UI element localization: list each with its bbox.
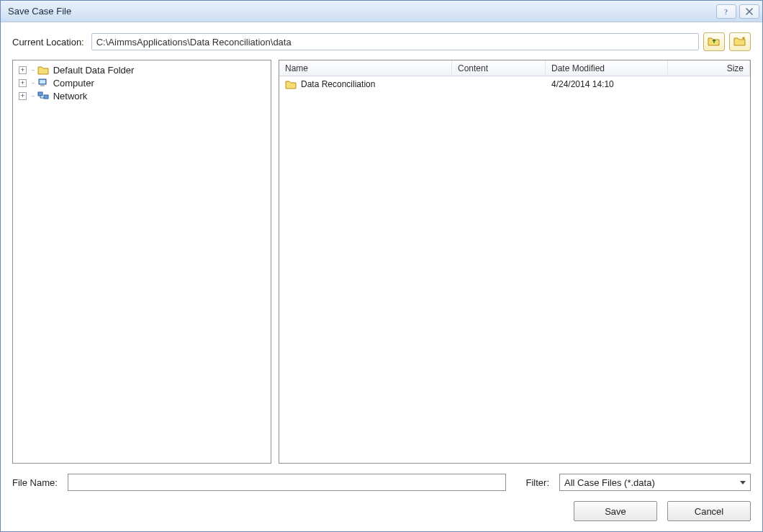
tree-node-default-data-folder[interactable]: ·· Default Data Folder bbox=[16, 63, 268, 76]
filter-dropdown[interactable]: All Case Files (*.data) bbox=[559, 474, 751, 491]
tree-node-label: Default Data Folder bbox=[53, 65, 135, 76]
svg-rect-4 bbox=[38, 92, 42, 96]
file-list-header: Name Content Date Modified Size bbox=[279, 60, 750, 76]
svg-text:?: ? bbox=[724, 7, 728, 16]
column-header-size[interactable]: Size bbox=[668, 60, 750, 76]
new-folder-button[interactable] bbox=[729, 32, 751, 51]
svg-rect-3 bbox=[40, 85, 45, 86]
network-icon bbox=[37, 91, 49, 101]
location-row: Current Location: bbox=[12, 32, 751, 51]
svg-rect-2 bbox=[40, 80, 45, 84]
filename-filter-row: File Name: Filter: All Case Files (*.dat… bbox=[12, 474, 751, 491]
window-title: Save Case File bbox=[8, 6, 716, 17]
chevron-down-icon bbox=[740, 481, 746, 484]
column-header-date[interactable]: Date Modified bbox=[546, 60, 668, 76]
tree-node-label: Network bbox=[53, 91, 88, 102]
save-case-file-dialog: Save Case File ? Current Location: bbox=[0, 0, 763, 532]
action-buttons-row: Save Cancel bbox=[12, 501, 751, 521]
folder-tree[interactable]: ·· Default Data Folder ·· Computer bbox=[12, 60, 271, 464]
filename-label: File Name: bbox=[12, 477, 58, 488]
filter-value: All Case Files (*.data) bbox=[564, 477, 655, 488]
svg-rect-5 bbox=[44, 95, 48, 99]
help-button[interactable]: ? bbox=[716, 4, 736, 19]
expand-icon[interactable] bbox=[19, 66, 27, 74]
location-input[interactable] bbox=[91, 33, 699, 50]
dialog-body: Current Location: bbox=[1, 22, 762, 531]
tree-node-network[interactable]: ·· Network bbox=[16, 89, 268, 102]
folder-icon bbox=[285, 79, 297, 89]
tree-node-computer[interactable]: ·· Computer bbox=[16, 76, 268, 89]
filter-label: Filter: bbox=[526, 477, 550, 488]
panels: ·· Default Data Folder ·· Computer bbox=[12, 60, 751, 464]
list-item[interactable]: Data Reconciliation 4/24/2014 14:10 bbox=[279, 76, 750, 92]
list-item-name: Data Reconciliation bbox=[301, 79, 375, 89]
folder-up-button[interactable] bbox=[703, 32, 725, 51]
titlebar: Save Case File ? bbox=[1, 1, 762, 22]
tree-node-label: Computer bbox=[53, 78, 94, 89]
column-header-content[interactable]: Content bbox=[452, 60, 546, 76]
new-folder-icon bbox=[733, 35, 746, 49]
file-list: Name Content Date Modified Size Data Rec… bbox=[279, 60, 751, 464]
list-item-date: 4/24/2014 14:10 bbox=[546, 79, 668, 89]
list-item-name-cell: Data Reconciliation bbox=[279, 79, 452, 89]
tree-connector: ·· bbox=[31, 65, 35, 75]
titlebar-buttons: ? bbox=[716, 4, 759, 19]
expand-icon[interactable] bbox=[19, 92, 27, 100]
help-icon: ? bbox=[722, 7, 731, 16]
save-button-label: Save bbox=[605, 506, 626, 517]
file-list-rows[interactable]: Data Reconciliation 4/24/2014 14:10 bbox=[279, 76, 750, 463]
folder-icon bbox=[37, 65, 49, 75]
save-button[interactable]: Save bbox=[574, 501, 657, 521]
folder-up-icon bbox=[708, 35, 721, 49]
location-label: Current Location: bbox=[12, 37, 84, 48]
column-header-name[interactable]: Name bbox=[279, 60, 452, 76]
cancel-button-label: Cancel bbox=[695, 506, 723, 517]
close-icon bbox=[745, 7, 754, 16]
expand-icon[interactable] bbox=[19, 79, 27, 87]
tree-connector: ·· bbox=[31, 78, 35, 88]
cancel-button[interactable]: Cancel bbox=[667, 501, 751, 521]
close-button[interactable] bbox=[739, 4, 759, 19]
computer-icon bbox=[37, 78, 49, 88]
filename-input[interactable] bbox=[68, 474, 506, 491]
tree-connector: ·· bbox=[31, 91, 35, 101]
